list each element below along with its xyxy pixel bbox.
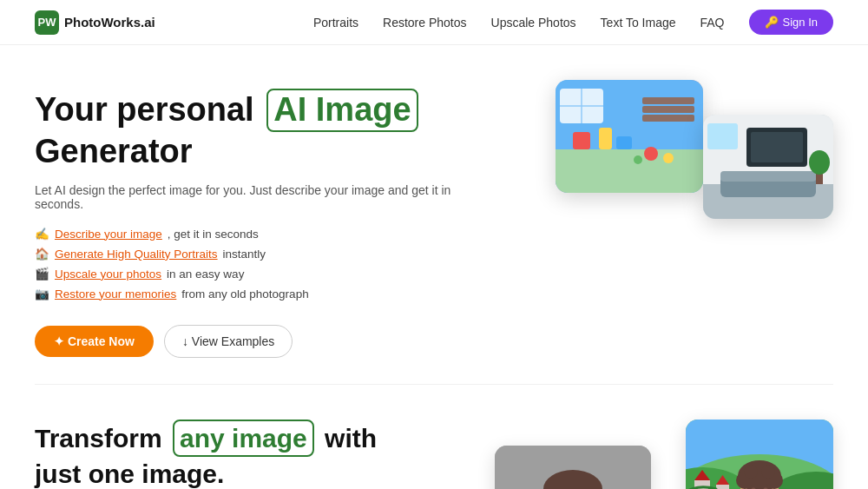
transform-title-highlight: any image bbox=[173, 420, 314, 457]
svg-rect-17 bbox=[751, 132, 803, 162]
hero-title: Your personal AI Image Generator bbox=[35, 89, 469, 171]
logo-text: PhotoWorks.ai bbox=[64, 15, 155, 30]
feature-portraits-emoji: 🏠 bbox=[35, 247, 49, 261]
svg-point-7 bbox=[634, 155, 642, 164]
nav-portraits[interactable]: Portraits bbox=[313, 16, 358, 30]
logo-icon: PW bbox=[35, 10, 59, 35]
svg-rect-3 bbox=[599, 128, 612, 149]
svg-point-50 bbox=[744, 465, 758, 479]
nav-links: Portraits Restore Photos Upscale Photos … bbox=[313, 10, 833, 35]
navbar: PW PhotoWorks.ai Portraits Restore Photo… bbox=[0, 0, 868, 45]
feature-upscale-link[interactable]: Upscale your photos bbox=[55, 268, 161, 281]
view-examples-button[interactable]: ↓ View Examples bbox=[164, 325, 293, 358]
transform-images: 🖼️ Multiple Style Options bbox=[495, 420, 833, 489]
svg-point-6 bbox=[663, 153, 674, 163]
hero-image-room1 bbox=[556, 80, 703, 193]
nav-restore[interactable]: Restore Photos bbox=[383, 16, 467, 30]
transform-title-prefix: Transform bbox=[35, 424, 169, 453]
feature-portraits: 🏠 Generate High Quality Portraits instan… bbox=[35, 247, 469, 261]
feature-upscale-rest: in an easy way bbox=[167, 268, 244, 281]
signin-button[interactable]: 🔑 Sign In bbox=[749, 10, 833, 35]
hero-content: Your personal AI Image Generator Let AI … bbox=[35, 89, 469, 358]
hero-image-room2 bbox=[703, 115, 833, 219]
feature-upscale-emoji: 🎬 bbox=[35, 267, 49, 281]
feature-restore: 📷 Restore your memories from any old pho… bbox=[35, 287, 469, 301]
key-icon: 🔑 bbox=[765, 16, 779, 29]
feature-restore-link[interactable]: Restore your memories bbox=[55, 287, 176, 301]
hero-section: Your personal AI Image Generator Let AI … bbox=[0, 45, 868, 384]
svg-point-21 bbox=[809, 150, 830, 175]
logo-icon-text: PW bbox=[38, 16, 56, 29]
hero-title-prefix: Your personal bbox=[35, 91, 263, 128]
hero-subtitle: Let AI design the perfect image for you.… bbox=[35, 183, 469, 211]
svg-rect-2 bbox=[573, 132, 590, 149]
feature-restore-emoji: 📷 bbox=[35, 287, 49, 301]
hero-title-suffix: Generator bbox=[35, 133, 193, 169]
feature-portraits-rest: instantly bbox=[223, 248, 266, 261]
transform-section: Transform any image with just one image.… bbox=[0, 385, 868, 489]
logo[interactable]: PW PhotoWorks.ai bbox=[35, 10, 155, 35]
svg-rect-12 bbox=[642, 106, 694, 113]
svg-rect-4 bbox=[616, 136, 632, 149]
signin-label: Sign In bbox=[783, 16, 818, 29]
feature-describe-emoji: ✍️ bbox=[35, 227, 49, 241]
transform-arrow bbox=[660, 472, 729, 489]
person-before-bg bbox=[495, 446, 651, 489]
svg-rect-1 bbox=[556, 149, 703, 193]
feature-portraits-link[interactable]: Generate High Quality Portraits bbox=[55, 248, 218, 261]
create-now-button[interactable]: ✦ Create Now bbox=[35, 326, 154, 357]
transform-content: Transform any image with just one image.… bbox=[35, 420, 399, 489]
feature-describe-rest: , get it in seconds bbox=[168, 228, 259, 241]
hero-buttons: ✦ Create Now ↓ View Examples bbox=[35, 325, 469, 358]
nav-text-to-image[interactable]: Text To Image bbox=[601, 16, 676, 30]
room1-placeholder bbox=[556, 80, 703, 193]
room2-svg bbox=[703, 115, 833, 219]
person-before-svg bbox=[495, 446, 651, 489]
feature-restore-rest: from any old photograph bbox=[181, 287, 308, 301]
hero-title-highlight: AI Image bbox=[266, 89, 418, 132]
room1-svg bbox=[556, 80, 703, 193]
nav-faq[interactable]: FAQ bbox=[700, 16, 725, 30]
feature-upscale: 🎬 Upscale your photos in an easy way bbox=[35, 267, 469, 281]
nav-upscale[interactable]: Upscale Photos bbox=[491, 16, 576, 30]
hero-features-list: ✍️ Describe your image, get it in second… bbox=[35, 227, 469, 301]
feature-describe-link[interactable]: Describe your image bbox=[55, 228, 162, 241]
svg-rect-19 bbox=[720, 171, 816, 182]
hero-images bbox=[556, 80, 833, 245]
svg-rect-22 bbox=[707, 123, 738, 149]
svg-rect-11 bbox=[642, 97, 694, 104]
svg-rect-13 bbox=[642, 115, 694, 122]
svg-point-5 bbox=[644, 147, 658, 161]
svg-point-51 bbox=[761, 465, 775, 479]
feature-describe: ✍️ Describe your image, get it in second… bbox=[35, 227, 469, 241]
transform-title: Transform any image with just one image. bbox=[35, 420, 399, 489]
person-before-image bbox=[495, 446, 651, 489]
room2-placeholder bbox=[703, 115, 833, 219]
